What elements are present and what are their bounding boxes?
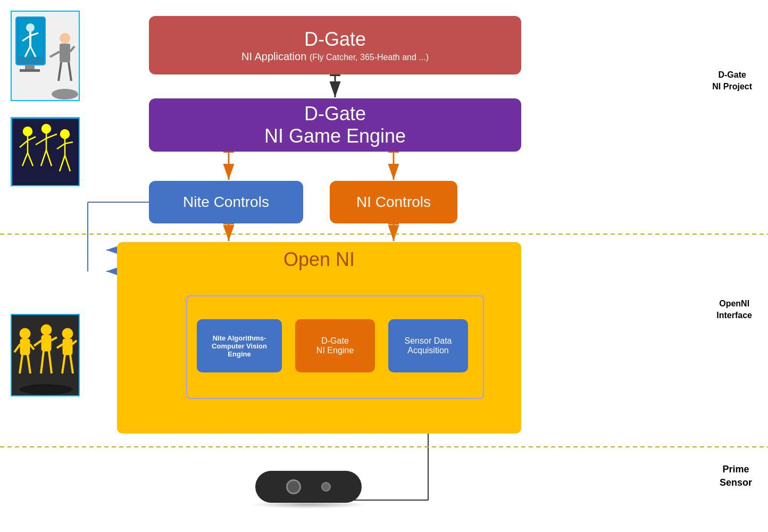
dgate-ni-engine-line1: D-Gate bbox=[316, 336, 354, 346]
svg-rect-32 bbox=[20, 69, 40, 72]
dgate-ni-project-label: D-Gate NI Project bbox=[712, 69, 752, 93]
dgate-app-subtitle: NI Application bbox=[241, 51, 306, 62]
openni-interface-label: OpenNI Interface bbox=[716, 298, 752, 322]
svg-line-37 bbox=[59, 62, 61, 81]
dgate-engine-subtitle: NI Game Engine bbox=[264, 125, 406, 147]
svg-point-41 bbox=[23, 127, 32, 136]
svg-point-67 bbox=[41, 325, 52, 335]
sensor-eye-small bbox=[321, 482, 331, 492]
svg-point-33 bbox=[60, 33, 70, 44]
sensor-shadow bbox=[250, 501, 367, 509]
sensor-device bbox=[255, 471, 362, 503]
svg-point-79 bbox=[20, 384, 73, 395]
dgate-app-box: D-Gate NI Application (Fly Catcher, 365-… bbox=[149, 16, 521, 74]
ni-controls-label: NI Controls bbox=[356, 194, 431, 211]
svg-line-38 bbox=[69, 62, 71, 81]
prime-sensor-label: Prime Sensor bbox=[720, 463, 752, 489]
figure-skeleton bbox=[11, 117, 80, 186]
svg-line-36 bbox=[70, 46, 74, 52]
dgate-ni-engine-line2: NI Engine bbox=[316, 346, 354, 355]
svg-rect-68 bbox=[41, 335, 51, 351]
svg-rect-34 bbox=[60, 44, 70, 62]
dgate-app-detail: (Fly Catcher, 365-Heath and ...) bbox=[310, 53, 429, 62]
sensor-data-box: Sensor Data Acquisition bbox=[388, 319, 468, 372]
svg-rect-74 bbox=[63, 339, 72, 355]
nite-controls-label: Nite Controls bbox=[183, 194, 269, 211]
svg-point-73 bbox=[62, 328, 73, 339]
svg-point-25 bbox=[26, 23, 35, 32]
open-ni-label: Open NI bbox=[283, 248, 355, 271]
svg-point-53 bbox=[61, 130, 69, 138]
nite-algo-box: Nite Algorithms- Computer Vision Engine bbox=[197, 319, 282, 372]
dgate-app-title: D-Gate bbox=[304, 28, 366, 51]
figure-group bbox=[11, 314, 80, 396]
svg-line-35 bbox=[50, 52, 60, 57]
sensor-data-line1: Sensor Data bbox=[405, 336, 452, 346]
ni-controls-box: NI Controls bbox=[330, 181, 457, 223]
sensor-data-line2: Acquisition bbox=[405, 346, 452, 355]
svg-point-47 bbox=[42, 124, 51, 133]
sensor-eye-large bbox=[286, 479, 301, 494]
diagram-container: D-Gate NI Application (Fly Catcher, 365-… bbox=[0, 0, 768, 532]
dgate-ni-engine-box: D-Gate NI Engine bbox=[295, 319, 375, 372]
nite-algo-label: Nite Algorithms- Computer Vision Engine bbox=[201, 334, 278, 358]
svg-rect-62 bbox=[20, 339, 30, 355]
nite-controls-box: Nite Controls bbox=[149, 181, 303, 223]
svg-point-39 bbox=[52, 89, 78, 99]
svg-point-61 bbox=[20, 328, 30, 339]
dgate-game-engine-box: D-Gate NI Game Engine bbox=[149, 98, 521, 152]
figure-kiosk bbox=[11, 11, 80, 101]
dgate-engine-title: D-Gate bbox=[304, 103, 366, 125]
